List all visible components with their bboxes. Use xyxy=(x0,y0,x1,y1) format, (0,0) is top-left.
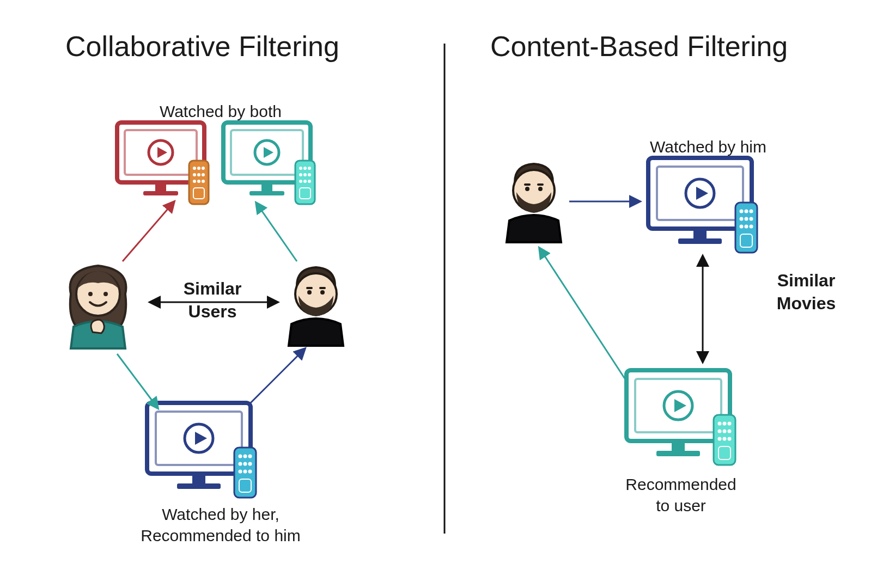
svg-point-14 xyxy=(197,180,200,183)
recommended-line1: Recommended xyxy=(625,475,736,493)
svg-point-93 xyxy=(728,430,732,433)
svg-point-88 xyxy=(718,422,722,426)
svg-rect-17 xyxy=(223,122,310,182)
svg-point-49 xyxy=(239,455,242,458)
watched-by-him-label: Watched by him xyxy=(637,136,779,157)
arrow-teal-tv-to-man xyxy=(539,248,626,381)
svg-point-8 xyxy=(197,167,200,170)
tv-teal-right-icon xyxy=(626,370,735,465)
svg-point-39 xyxy=(320,290,325,295)
svg-point-31 xyxy=(303,180,307,183)
svg-point-57 xyxy=(248,470,252,474)
svg-point-27 xyxy=(299,173,302,176)
svg-rect-33 xyxy=(300,188,310,199)
svg-point-78 xyxy=(745,225,748,229)
svg-point-94 xyxy=(718,437,722,441)
svg-point-53 xyxy=(243,462,247,466)
svg-marker-84 xyxy=(674,399,686,412)
svg-rect-23 xyxy=(295,161,315,204)
content-based-title: Content-Based Filtering xyxy=(490,30,788,63)
svg-point-72 xyxy=(745,210,748,213)
svg-point-95 xyxy=(723,437,727,441)
collaborative-title: Collaborative Filtering xyxy=(65,30,339,63)
svg-rect-63 xyxy=(537,183,544,186)
similar-movies-label: Similar Movies xyxy=(763,270,850,315)
svg-rect-64 xyxy=(648,158,752,229)
svg-rect-47 xyxy=(177,483,221,489)
svg-point-73 xyxy=(750,210,753,213)
svg-point-13 xyxy=(193,180,196,183)
svg-rect-21 xyxy=(261,182,272,191)
arrow-woman-to-red-tv xyxy=(123,201,174,261)
svg-point-50 xyxy=(243,455,247,458)
svg-point-11 xyxy=(197,173,200,176)
svg-point-7 xyxy=(193,167,196,170)
watched-by-her-line1: Watched by her, xyxy=(162,505,279,523)
watched-by-both-label: Watched by both xyxy=(139,101,302,122)
svg-rect-22 xyxy=(249,191,284,195)
svg-point-55 xyxy=(239,470,242,474)
svg-point-75 xyxy=(745,217,748,221)
svg-point-35 xyxy=(88,292,93,296)
svg-point-77 xyxy=(740,225,744,229)
svg-point-51 xyxy=(248,455,252,458)
svg-point-36 xyxy=(103,292,108,296)
svg-point-96 xyxy=(728,437,732,441)
svg-rect-5 xyxy=(143,191,178,195)
svg-point-61 xyxy=(538,187,543,191)
svg-point-29 xyxy=(308,173,311,176)
svg-rect-62 xyxy=(524,183,531,186)
svg-point-56 xyxy=(243,470,247,474)
svg-marker-3 xyxy=(157,147,167,158)
svg-rect-18 xyxy=(231,130,303,175)
watched-by-her-label: Watched by her, Recommended to him xyxy=(112,504,330,546)
svg-point-12 xyxy=(202,173,205,176)
svg-rect-65 xyxy=(657,167,743,220)
svg-point-26 xyxy=(308,167,311,170)
svg-rect-48 xyxy=(234,448,256,498)
svg-point-74 xyxy=(740,217,744,221)
similar-users-line1: Similar xyxy=(184,279,242,298)
similar-movies-line1: Similar xyxy=(777,271,836,290)
tv-teal-top-icon xyxy=(223,122,315,204)
svg-rect-82 xyxy=(635,379,721,432)
svg-point-24 xyxy=(299,167,302,170)
svg-point-37 xyxy=(295,273,337,315)
man-user-right-icon xyxy=(507,164,561,242)
arrow-man-to-teal-tv xyxy=(256,203,297,261)
svg-marker-45 xyxy=(195,432,207,445)
svg-point-44 xyxy=(185,424,213,452)
svg-point-90 xyxy=(728,422,732,426)
similar-users-line2: Users xyxy=(188,302,237,321)
svg-rect-42 xyxy=(147,403,251,474)
svg-point-92 xyxy=(723,430,727,433)
svg-point-89 xyxy=(723,422,727,426)
svg-point-66 xyxy=(686,179,714,207)
svg-rect-87 xyxy=(714,415,735,465)
svg-rect-16 xyxy=(193,188,204,199)
svg-point-9 xyxy=(202,167,205,170)
svg-point-54 xyxy=(248,462,252,466)
watched-by-her-line2: Recommended to him xyxy=(141,526,300,544)
svg-point-30 xyxy=(299,180,302,183)
similar-users-label: Similar Users xyxy=(158,278,267,323)
svg-point-10 xyxy=(193,173,196,176)
tv-navy-right-icon xyxy=(648,158,757,253)
svg-marker-67 xyxy=(696,187,708,200)
svg-point-83 xyxy=(664,391,692,420)
svg-rect-4 xyxy=(155,182,166,191)
svg-point-60 xyxy=(525,187,529,191)
svg-point-2 xyxy=(149,140,173,164)
svg-rect-80 xyxy=(740,234,752,247)
arrow-woman-to-bottom-tv xyxy=(117,354,158,408)
svg-rect-43 xyxy=(156,412,242,465)
similar-movies-line2: Movies xyxy=(777,293,836,313)
svg-rect-81 xyxy=(626,370,730,441)
svg-rect-40 xyxy=(306,287,313,289)
svg-rect-70 xyxy=(735,203,757,253)
svg-point-59 xyxy=(513,170,555,211)
svg-rect-0 xyxy=(117,122,204,182)
svg-point-28 xyxy=(303,173,307,176)
tv-navy-bottom-icon xyxy=(147,403,256,498)
svg-point-71 xyxy=(740,210,744,213)
